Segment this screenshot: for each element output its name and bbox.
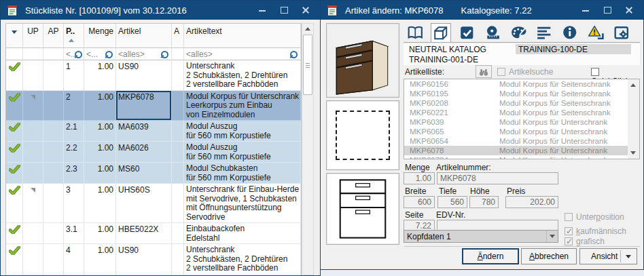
filter-artikeltext[interactable]: <alles> (184, 48, 301, 60)
artikel-aendern-titlebar[interactable]: Artikel ändern: MKP6078 Katalogseite: 7.… (321, 1, 643, 20)
column-header-a[interactable]: A (172, 24, 184, 48)
search-icon[interactable] (75, 51, 83, 58)
table-row[interactable]: 21.00MKP6078Modul Korpus für Unterschran… (6, 91, 301, 121)
breite-field[interactable]: 600 (404, 196, 435, 208)
color-palette-icon[interactable] (508, 23, 529, 41)
row-a-cell (172, 163, 184, 184)
grafisch-checkbox[interactable]: ✓grafisch (565, 237, 605, 246)
scroll-down-icon[interactable] (628, 148, 639, 158)
expand-icon[interactable] (31, 188, 35, 193)
article-list-item[interactable]: MKP60195Modul Korpus für Seitenschrank (404, 89, 639, 98)
tape-measure-icon[interactable] (482, 23, 503, 41)
kaufmnnisch-checkbox[interactable]: ✓kaufmännisch (565, 226, 626, 236)
maximize-button[interactable] (603, 5, 612, 15)
search-icon[interactable] (291, 51, 298, 58)
catalog-item[interactable]: TRAINING-001-DE (409, 55, 478, 64)
stueckliste-title: Stückliste Nr. [100109/9] vom 30.12.2016 (25, 5, 187, 16)
search-articles-button[interactable] (476, 65, 492, 78)
info-icon[interactable] (560, 23, 580, 41)
ndern-button[interactable]: Ändern (462, 248, 519, 264)
filter-pos[interactable]: <.. (64, 48, 84, 60)
vertical-scrollbar[interactable] (302, 23, 314, 275)
article-list[interactable]: MKP60156Modul Korpus für SeitenschrankMK… (404, 79, 640, 159)
article-cube-icon[interactable] (431, 23, 451, 43)
artikelnummer-field[interactable]: MKP6078 (437, 172, 558, 184)
settings-box-icon[interactable] (611, 23, 632, 41)
column-header-up[interactable]: UP (23, 24, 43, 48)
catalog-book-icon[interactable] (405, 23, 425, 41)
search-icon[interactable] (106, 51, 113, 58)
row-artikel-cell[interactable]: UEBF65 (116, 275, 172, 276)
kopfdaten-dropdown[interactable]: Kopfdaten 1 (404, 230, 558, 243)
menge-label: Menge (405, 163, 430, 172)
column-header-artikeltext[interactable]: Artikeltext (184, 24, 301, 48)
row-artikeltext-cell: Modul Schubkastenfür 560 mm Korpustiefe (184, 163, 301, 184)
chevron-down-icon[interactable] (626, 255, 631, 258)
filter-dropdown-icon[interactable] (6, 24, 23, 48)
table-row[interactable]: 41.00US90Unterschrank2 Schubkästen, 2 Dr… (6, 244, 301, 275)
filter-artikel[interactable]: <alles> (116, 48, 172, 60)
close-button[interactable] (624, 5, 634, 15)
expand-icon[interactable] (31, 95, 35, 100)
article-list-item[interactable]: MKP60221Modul Korpus für Seitenschrank (404, 108, 639, 117)
article-list-item[interactable]: MKP6039Modul Korpus für Unterschrank (404, 117, 639, 127)
minimize-button[interactable] (581, 5, 590, 15)
row-pos-cell: 1 (64, 60, 84, 91)
table-row[interactable]: 3.11.00HBE5022XEinbaubackofenEdelstahl (6, 223, 301, 244)
table-row[interactable]: 2.21.00MA6026Modul Auszugfür 560 mm Korp… (6, 142, 301, 163)
chevron-down-icon[interactable] (546, 231, 558, 242)
row-menge-cell: 1.00 (84, 184, 116, 223)
filter-menge[interactable]: <... (84, 48, 116, 60)
checklist-icon[interactable] (457, 23, 477, 41)
row-artikel-cell[interactable]: MA6039 (116, 121, 172, 142)
article-list-scrollbar[interactable] (628, 79, 639, 159)
column-header-menge[interactable]: Menge (84, 24, 116, 48)
row-artikel-cell[interactable]: HBE5022X (116, 223, 172, 244)
abbrechen-button[interactable]: Abbrechen (521, 248, 577, 264)
stueckliste-titlebar[interactable]: Stückliste Nr. [100109/9] vom 30.12.2016 (1, 1, 320, 20)
article-list-item[interactable]: MKP6065Modul Korpus für Unterschrank (404, 127, 639, 136)
text-lines-icon[interactable] (534, 23, 554, 41)
table-row[interactable]: 31.00UHS60SUnterschrank für Einbau-Herde… (6, 184, 301, 223)
scroll-up-icon[interactable] (302, 24, 313, 34)
menge-field[interactable]: 1.00 (404, 172, 435, 184)
dialog-toolbar (405, 23, 632, 43)
column-header-ap[interactable]: AP (43, 24, 64, 48)
maximize-button[interactable] (279, 5, 289, 15)
warning-add-icon[interactable] (586, 23, 606, 41)
tiefe-field[interactable]: 560 (437, 196, 467, 208)
row-artikel-cell[interactable]: MA6026 (116, 142, 172, 163)
column-header-artikel[interactable]: Artikel (116, 24, 172, 48)
table-row[interactable]: 11.00US90Unterschrank2 Schubkästen, 2 Dr… (6, 60, 301, 91)
minimize-button[interactable] (257, 5, 267, 15)
close-button[interactable] (301, 5, 310, 15)
row-artikel-cell[interactable]: MKP6078 (116, 91, 172, 121)
article-list-item[interactable]: MKP6078Modul Korpus für Unterschrank (404, 146, 639, 155)
scroll-up-icon[interactable] (628, 80, 639, 90)
preis-field[interactable]: 202.00 (505, 196, 558, 208)
ansicht-button[interactable]: Ansicht (579, 248, 637, 264)
article-code: MKP60784 (404, 155, 499, 159)
row-ap-cell (43, 121, 64, 142)
catalog-item[interactable]: NEUTRAL KATALOG (409, 45, 486, 54)
unterposition-checkbox[interactable]: Unterposition (565, 212, 624, 222)
artikelsuche-checkbox[interactable]: Artikelsuche (497, 67, 553, 77)
catalog-item-selected[interactable]: TRAINING-100-DE (516, 44, 631, 54)
hoehe-field[interactable]: 780 (469, 196, 499, 208)
table-row[interactable]: 2.31.00MS60Modul Schubkastenfür 560 mm K… (6, 163, 301, 184)
article-list-item[interactable]: MKP60784Modul Korpus für Unterschrank (404, 155, 639, 159)
table-row[interactable]: 51.00UEBF65Eckblende für UnterschränkeAu… (6, 275, 301, 276)
scrollbar-thumb[interactable] (303, 35, 312, 95)
article-list-item[interactable]: MKP60208Modul Korpus für Seitenschrank (404, 98, 639, 108)
article-list-item[interactable]: MKP60654Modul Korpus für Unterschrank (404, 136, 639, 146)
row-artikel-cell[interactable]: US90 (116, 60, 172, 91)
row-artikel-cell[interactable]: MS60 (116, 163, 172, 184)
article-list-item[interactable]: MKP60156Modul Korpus für Seitenschrank (404, 79, 639, 89)
row-artikel-cell[interactable]: UHS60S (116, 184, 172, 223)
article-description: Modul Korpus für Seitenschrank (499, 89, 639, 98)
row-artikel-cell[interactable]: US90 (116, 244, 172, 275)
table-row[interactable]: 2.11.00MA6039Modul Auszugfür 560 mm Korp… (6, 121, 301, 142)
row-a-cell (172, 244, 184, 275)
column-header-pos[interactable]: P.. (64, 24, 84, 48)
search-icon[interactable] (162, 51, 169, 58)
